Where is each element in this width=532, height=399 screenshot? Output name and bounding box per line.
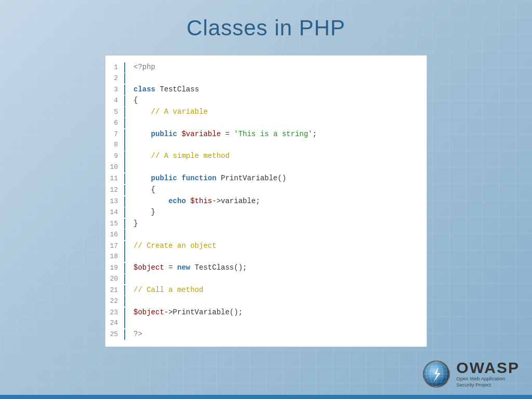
owasp-globe-icon: [422, 360, 451, 389]
code-line: 13 echo $this->variable;: [105, 196, 427, 207]
line-number: 11: [105, 174, 125, 184]
slide-title: Classes in PHP: [187, 16, 345, 41]
line-number: 21: [105, 285, 125, 296]
code-line: 22: [105, 296, 427, 307]
code-line: 15}: [105, 218, 427, 230]
line-number: 1: [105, 62, 125, 73]
code-text: // Call a method: [134, 285, 203, 296]
code-line: 10: [105, 162, 427, 173]
code-line: 11 public function PrintVariable(): [105, 173, 427, 184]
code-block: 1<?php23class TestClass4{5 // A variable…: [105, 55, 427, 347]
code-text: public $variable = 'This is a string';: [134, 129, 317, 140]
code-text: }: [134, 207, 155, 218]
code-text: ?>: [134, 329, 142, 340]
code-line: 7 public $variable = 'This is a string';: [105, 129, 427, 140]
line-number: 24: [105, 318, 125, 328]
code-text: {: [134, 95, 138, 107]
line-number: 3: [105, 85, 125, 95]
line-number: 12: [105, 185, 125, 195]
line-number: 23: [105, 308, 125, 318]
slide-content: Classes in PHP 1<?php23class TestClass4{…: [0, 0, 532, 347]
owasp-name: OWASP: [456, 360, 520, 376]
line-number: 14: [105, 207, 125, 218]
code-line: 12 {: [105, 184, 427, 196]
code-line: 23$object->PrintVariable();: [105, 307, 427, 318]
code-line: 3class TestClass: [105, 84, 427, 96]
code-line: 4{: [105, 95, 427, 107]
line-number: 4: [105, 96, 125, 106]
line-number: 15: [105, 219, 125, 229]
code-line: 5 // A variable: [105, 107, 427, 118]
code-text: $object = new TestClass();: [134, 262, 247, 274]
code-line: 6: [105, 118, 427, 129]
line-number: 25: [105, 329, 125, 340]
code-text: $object->PrintVariable();: [134, 307, 243, 318]
code-text: public function PrintVariable(): [134, 173, 286, 184]
code-line: 2: [105, 73, 427, 84]
code-text: <?php: [134, 62, 155, 73]
line-number: 22: [105, 296, 125, 307]
code-line: 19$object = new TestClass();: [105, 262, 427, 274]
code-line: 1<?php: [105, 62, 427, 73]
code-line: 20: [105, 274, 427, 285]
code-line: 18: [105, 251, 427, 262]
code-text: }: [134, 218, 138, 230]
code-text: class TestClass: [134, 84, 199, 96]
code-line: 21// Call a method: [105, 285, 427, 296]
line-number: 20: [105, 274, 125, 284]
line-number: 17: [105, 241, 125, 251]
owasp-subline1: Open Web Application: [456, 376, 505, 382]
line-number: 18: [105, 251, 125, 262]
line-number: 6: [105, 118, 125, 128]
line-number: 7: [105, 129, 125, 140]
code-text: echo $this->variable;: [134, 196, 260, 207]
code-text: // Create an object: [134, 241, 217, 252]
bottom-bar: [0, 395, 532, 399]
code-line: 24: [105, 318, 427, 329]
code-line: 8: [105, 140, 427, 151]
line-number: 8: [105, 140, 125, 150]
line-number: 19: [105, 263, 125, 273]
line-number: 10: [105, 162, 125, 172]
owasp-text: OWASP Open Web Application Security Proj…: [456, 360, 520, 389]
code-line: 9 // A simple method: [105, 151, 427, 162]
code-text: {: [134, 184, 155, 196]
line-number: 5: [105, 107, 125, 117]
line-number: 13: [105, 196, 125, 207]
line-number: 16: [105, 230, 125, 240]
code-line: 16: [105, 230, 427, 241]
code-line: 17// Create an object: [105, 241, 427, 252]
code-text: // A variable: [134, 107, 208, 118]
code-line: 14 }: [105, 207, 427, 218]
code-text: // A simple method: [134, 151, 230, 162]
owasp-logo: OWASP Open Web Application Security Proj…: [422, 360, 520, 389]
line-number: 2: [105, 73, 125, 84]
line-number: 9: [105, 151, 125, 162]
owasp-subline2: Security Project: [456, 382, 491, 388]
code-line: 25?>: [105, 329, 427, 340]
